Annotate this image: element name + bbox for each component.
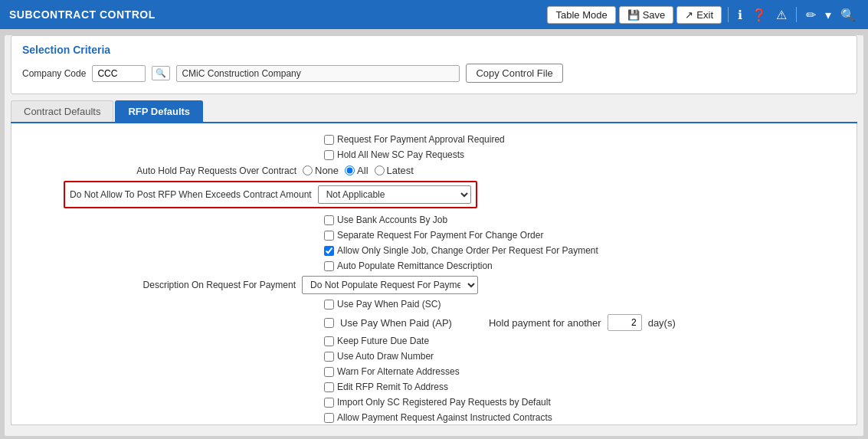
separate-request-checkbox[interactable]: [324, 231, 334, 241]
app-title: SUBCONTRACT CONTROL: [9, 8, 156, 21]
allow-payment-checkbox[interactable]: [324, 413, 334, 423]
single-job-checkbox[interactable]: [324, 246, 334, 256]
checkbox-row-pwp-sc: Use Pay When Paid (SC): [324, 299, 841, 310]
edit-remit-label: Edit RFP Remit To Address: [337, 382, 448, 392]
hold-all-checkbox[interactable]: [324, 150, 334, 160]
checkbox-row-auto-draw: Use Auto Draw Number: [324, 351, 841, 362]
single-job-label: Allow Only Single Job, Change Order Per …: [337, 245, 598, 256]
tab-contract-defaults[interactable]: Contract Defaults: [11, 100, 113, 122]
bank-accounts-label: Use Bank Accounts By Job: [337, 215, 447, 225]
allow-payment-label: Allow Payment Request Against Instructed…: [337, 412, 552, 423]
auto-hold-row: Auto Hold Pay Requests Over Contract Non…: [27, 165, 841, 176]
auto-hold-radio-group: None All Latest: [303, 165, 414, 176]
auto-hold-all-label: All: [345, 165, 368, 176]
auto-draw-checkbox[interactable]: [324, 352, 334, 362]
warn-alt-checkbox[interactable]: [324, 367, 334, 377]
search-icon-btn[interactable]: 🔍: [837, 6, 859, 24]
copy-control-file-label: Copy Control File: [476, 67, 552, 79]
warning-icon-btn[interactable]: ⚠: [773, 6, 790, 24]
divider2: [796, 7, 797, 22]
do-not-allow-highlighted-row: Do Not Allow To Post RFP When Exceeds Co…: [64, 181, 477, 208]
dropdown-icon-btn[interactable]: ▾: [822, 6, 834, 24]
pwp-sc-label: Use Pay When Paid (SC): [337, 299, 441, 310]
edit-icon-btn[interactable]: ✏: [803, 6, 819, 24]
section-title: Selection Criteria: [22, 44, 846, 56]
checkbox-row-allow-payment: Allow Payment Request Against Instructed…: [324, 412, 841, 423]
save-label: Save: [643, 9, 666, 21]
auto-hold-label: Auto Hold Pay Requests Over Contract: [27, 165, 303, 176]
selection-criteria-section: Selection Criteria Company Code 🔍 Copy C…: [11, 35, 857, 94]
divider1: [728, 7, 729, 22]
auto-hold-latest-label: Latest: [375, 165, 414, 176]
import-sc-checkbox[interactable]: [324, 398, 334, 408]
rfp-approval-label: Request For Payment Approval Required: [337, 134, 505, 145]
hold-payment-input[interactable]: [608, 314, 642, 331]
main-content: Selection Criteria Company Code 🔍 Copy C…: [5, 35, 863, 436]
floppy-icon: 💾: [627, 9, 640, 21]
table-mode-button[interactable]: Table Mode: [547, 6, 615, 24]
app-header: SUBCONTRACT CONTROL Table Mode 💾 Save ↗ …: [0, 0, 868, 29]
auto-hold-none-radio[interactable]: [303, 165, 313, 175]
company-code-label: Company Code: [22, 68, 86, 79]
company-code-search-button[interactable]: 🔍: [152, 66, 170, 80]
edit-remit-checkbox[interactable]: [324, 382, 334, 392]
exit-icon: ↗: [685, 9, 693, 21]
tabs-container: Contract Defaults RFP Defaults: [11, 100, 857, 123]
auto-draw-label: Use Auto Draw Number: [337, 351, 434, 362]
future-due-checkbox[interactable]: [324, 336, 334, 346]
auto-hold-latest-radio[interactable]: [375, 165, 385, 175]
description-row: Description On Request For Payment Do No…: [45, 276, 841, 294]
pwp-ap-label: Use Pay When Paid (AP): [340, 317, 452, 329]
import-sc-label: Import Only SC Registered Pay Requests b…: [337, 397, 551, 408]
checkbox-row-edit-remit: Edit RFP Remit To Address: [324, 382, 841, 392]
checkbox-row-future-due: Keep Future Due Date: [324, 336, 841, 346]
exit-button[interactable]: ↗ Exit: [676, 6, 722, 24]
help-icon-btn2[interactable]: ❓: [748, 6, 770, 24]
description-select[interactable]: Do Not Populate Request For Payment Desc: [302, 276, 478, 294]
save-button[interactable]: 💾 Save: [619, 6, 674, 24]
bank-accounts-checkbox[interactable]: [324, 215, 334, 225]
auto-hold-none-label: None: [303, 165, 339, 176]
checkbox-row-hold-all: Hold All New SC Pay Requests: [324, 149, 841, 160]
description-label: Description On Request For Payment: [45, 280, 302, 290]
future-due-label: Keep Future Due Date: [337, 336, 429, 346]
checkbox-row-remittance: Auto Populate Remittance Description: [324, 260, 841, 271]
checkbox-row-warn-alt: Warn For Alternate Addresses: [324, 366, 841, 377]
warn-alt-label: Warn For Alternate Addresses: [337, 366, 460, 377]
help-icon-btn1[interactable]: ℹ: [735, 6, 745, 24]
separate-request-label: Separate Request For Payment For Change …: [337, 230, 543, 241]
auto-hold-all-radio[interactable]: [345, 165, 355, 175]
content-area: Request For Payment Approval Required Ho…: [11, 123, 857, 425]
do-not-allow-select[interactable]: Not Applicable Warning Error: [318, 185, 471, 204]
rfp-approval-checkbox[interactable]: [324, 135, 334, 145]
company-name-input[interactable]: [176, 65, 460, 82]
checkbox-row-import-sc: Import Only SC Registered Pay Requests b…: [324, 397, 841, 408]
hold-all-label: Hold All New SC Pay Requests: [337, 149, 464, 160]
hold-payment-label: Hold payment for another: [489, 317, 601, 329]
header-actions: Table Mode 💾 Save ↗ Exit ℹ ❓ ⚠ ✏ ▾ 🔍: [547, 6, 859, 24]
copy-control-file-button[interactable]: Copy Control File: [466, 64, 562, 83]
checkbox-row-separate: Separate Request For Payment For Change …: [324, 230, 841, 241]
table-mode-label: Table Mode: [555, 9, 607, 21]
remittance-label: Auto Populate Remittance Description: [337, 260, 493, 271]
checkbox-row-bank-accounts: Use Bank Accounts By Job: [324, 215, 841, 225]
pwp-ap-row: Use Pay When Paid (AP) Hold payment for …: [324, 314, 841, 331]
tab-rfp-defaults[interactable]: RFP Defaults: [115, 100, 203, 122]
remittance-checkbox[interactable]: [324, 261, 334, 271]
do-not-allow-label: Do Not Allow To Post RFP When Exceeds Co…: [70, 189, 312, 200]
pwp-ap-checkbox[interactable]: [324, 318, 334, 328]
checkbox-row-single-job: Allow Only Single Job, Change Order Per …: [324, 245, 841, 256]
checkbox-row-rfp-approval: Request For Payment Approval Required: [324, 134, 841, 145]
pwp-sc-checkbox[interactable]: [324, 300, 334, 310]
exit-label: Exit: [696, 9, 713, 21]
criteria-row: Company Code 🔍 Copy Control File: [22, 64, 846, 83]
company-code-input[interactable]: [92, 65, 146, 82]
hold-payment-unit: day(s): [648, 317, 676, 329]
